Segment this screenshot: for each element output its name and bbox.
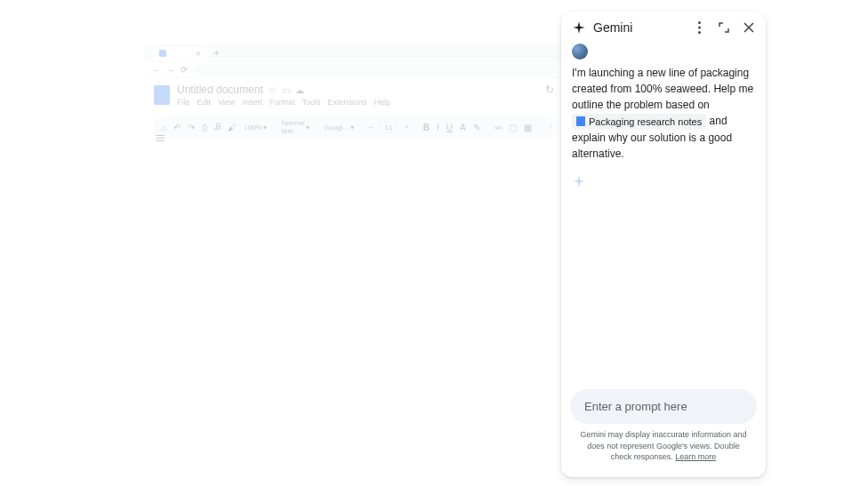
- font-selector[interactable]: Googl... ▾: [324, 123, 354, 131]
- paint-format-icon[interactable]: 🖌: [228, 123, 237, 132]
- cloud-status-icon: ☁: [295, 85, 304, 95]
- image-icon[interactable]: ▦: [524, 123, 532, 132]
- menu-format[interactable]: Format: [269, 98, 295, 107]
- menu-help[interactable]: Help: [374, 98, 390, 107]
- bold-icon[interactable]: B: [423, 123, 430, 132]
- link-icon[interactable]: ⇔: [494, 123, 502, 132]
- docs-header: Untitled document ☆ ▭ ☁ File Edit View I…: [145, 78, 563, 112]
- gemini-response-sparkle-icon: [572, 174, 586, 188]
- gemini-title: Gemini: [593, 20, 686, 35]
- message-part1: I'm launching a new line of packaging cr…: [572, 67, 753, 111]
- font-size-plus[interactable]: +: [404, 123, 408, 131]
- undo-icon[interactable]: ↶: [173, 123, 181, 132]
- browser-tab[interactable]: ×: [152, 47, 208, 60]
- url-field[interactable]: [193, 65, 556, 76]
- docs-file-icon: [576, 116, 585, 126]
- spellcheck-icon[interactable]: Ꭿ: [214, 122, 221, 132]
- google-docs-window: × + ← → ⟳ Untitled document ☆ ▭ ☁ File E…: [145, 44, 563, 142]
- menu-view[interactable]: View: [218, 98, 235, 107]
- menu-insert[interactable]: Insert: [242, 98, 262, 107]
- forward-icon[interactable]: →: [166, 65, 175, 75]
- highlight-icon[interactable]: ✎: [473, 123, 480, 132]
- star-icon[interactable]: ☆: [269, 85, 277, 95]
- outline-toggle-icon[interactable]: [156, 135, 166, 146]
- file-chip-label: Packaging research notes: [589, 115, 702, 130]
- italic-icon[interactable]: I: [437, 123, 439, 132]
- zoom-selector[interactable]: 100% ▾: [244, 123, 267, 131]
- menu-file[interactable]: File: [177, 98, 190, 107]
- gemini-conversation: I'm launching a new line of packaging cr…: [561, 44, 766, 380]
- underline-icon[interactable]: U: [446, 123, 453, 132]
- expand-icon[interactable]: [718, 21, 730, 34]
- gemini-side-panel: Gemini I'm launching a new line of packa…: [561, 12, 766, 477]
- menu-bar: File Edit View Insert Format Tools Exten…: [177, 98, 538, 107]
- disclaimer-text: Gemini may display inaccurate informatio…: [570, 424, 757, 468]
- more-toolbar-icon[interactable]: ⋮: [546, 123, 555, 132]
- text-color-icon[interactable]: A: [460, 123, 466, 132]
- tab-title: [170, 49, 192, 58]
- browser-tab-bar: × +: [145, 44, 563, 62]
- svg-point-2: [698, 31, 701, 34]
- more-options-icon[interactable]: [693, 21, 705, 34]
- reload-icon[interactable]: ⟳: [181, 65, 188, 75]
- svg-point-0: [698, 21, 701, 24]
- docs-toolbar: ⌕ ↶ ↷ ⎙ Ꭿ 🖌 100% ▾ Normal text ▾ Googl..…: [154, 116, 554, 139]
- close-icon[interactable]: [743, 21, 755, 34]
- new-tab-icon[interactable]: +: [208, 47, 225, 60]
- menu-extensions[interactable]: Extensions: [327, 98, 366, 107]
- docs-logo-icon[interactable]: [154, 85, 170, 105]
- search-icon[interactable]: ⌕: [161, 123, 166, 132]
- menu-edit[interactable]: Edit: [197, 98, 212, 107]
- docs-tab-icon: [159, 50, 166, 57]
- font-size-minus[interactable]: −: [368, 123, 373, 131]
- history-icon[interactable]: ↻: [545, 84, 554, 96]
- browser-url-bar: ← → ⟳: [145, 62, 563, 78]
- move-folder-icon[interactable]: ▭: [282, 85, 290, 95]
- gemini-header: Gemini: [561, 12, 766, 44]
- tab-close-icon[interactable]: ×: [196, 49, 201, 59]
- print-icon[interactable]: ⎙: [202, 123, 207, 132]
- gemini-footer: Enter a prompt here Gemini may display i…: [561, 380, 766, 477]
- document-title[interactable]: Untitled document: [177, 84, 263, 96]
- file-reference-chip[interactable]: Packaging research notes: [572, 114, 706, 131]
- menu-tools[interactable]: Tools: [301, 98, 320, 107]
- style-selector[interactable]: Normal text ▾: [281, 119, 309, 135]
- font-size[interactable]: 11: [381, 122, 398, 133]
- gemini-sparkle-icon: [572, 20, 586, 35]
- svg-point-1: [698, 27, 701, 29]
- user-prompt-message: I'm launching a new line of packaging cr…: [572, 65, 755, 162]
- learn-more-link[interactable]: Learn more: [675, 452, 716, 461]
- back-icon[interactable]: ←: [152, 65, 161, 75]
- redo-icon[interactable]: ↷: [188, 123, 195, 132]
- comment-icon[interactable]: ▢: [509, 123, 517, 132]
- user-avatar: [572, 44, 588, 60]
- prompt-input[interactable]: Enter a prompt here: [570, 389, 757, 424]
